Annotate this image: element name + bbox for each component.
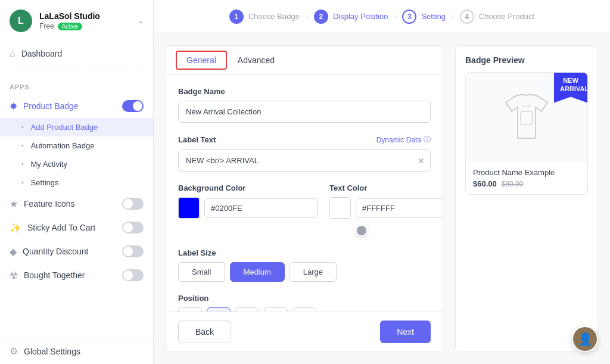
size-large-button[interactable]: Large — [290, 262, 337, 282]
opacity-slider-row — [356, 225, 443, 237]
text-color-label: Text Color — [329, 183, 443, 192]
color-row: Background Color Text Color — [178, 183, 431, 237]
bg-color-group: Background Color — [178, 183, 318, 237]
quantity-discount-toggle[interactable] — [122, 245, 144, 257]
pos-bottom-left-button[interactable]: ↙ — [264, 307, 288, 312]
stepper-bar: 1 Choose Badge › 2 Display Position › 3 … — [154, 0, 610, 33]
active-badge: Active — [58, 23, 82, 30]
dynamic-data-link[interactable]: Dynamic Data ⓘ — [376, 135, 431, 145]
sidebar: L LaLaSol Studio Free Active ⌄ ⌂ Dashboa… — [0, 0, 154, 364]
sidebar-item-my-activity[interactable]: My Activity — [0, 155, 153, 173]
add-product-badge-label: Add Product Badge — [31, 123, 98, 132]
step-2-circle: 2 — [314, 10, 328, 24]
preview-product-card: NEW ARRIVAL Product Name Example $60.00 … — [465, 72, 588, 195]
sidebar-item-product-badge[interactable]: ✸ Product Badge — [0, 94, 153, 118]
form-tabs: General Advanced — [166, 46, 443, 75]
bg-color-swatch[interactable] — [178, 197, 200, 219]
bg-color-input-row — [178, 197, 318, 219]
chat-avatar: 👤 — [573, 327, 597, 351]
step-1-label: Choose Badge — [248, 12, 300, 21]
bought-together-toggle[interactable] — [122, 269, 144, 281]
home-icon: ⌂ — [10, 48, 15, 59]
preview-info: Product Name Example $60.00 $80.00 — [466, 162, 587, 194]
position-label: Position — [178, 294, 431, 303]
label-size-label: Label Size — [178, 248, 431, 257]
pos-top-center-button[interactable]: ↑ — [207, 307, 231, 312]
preview-old-price: $80.00 — [502, 180, 524, 188]
step-4: 4 Choose Product — [460, 10, 534, 24]
bg-color-input[interactable] — [204, 198, 318, 218]
tab-general[interactable]: General — [176, 51, 227, 70]
dashboard-label: Dashboard — [21, 49, 63, 58]
chevron-down-icon[interactable]: ⌄ — [138, 17, 144, 25]
pos-top-right-button[interactable]: ↗ — [235, 307, 259, 312]
main-content: 1 Choose Badge › 2 Display Position › 3 … — [154, 0, 610, 364]
text-color-group: Text Color — [329, 183, 443, 237]
text-color-input-row — [329, 197, 443, 219]
product-badge-icon: ✸ — [10, 101, 17, 112]
feature-icons-icon: ★ — [10, 198, 18, 210]
pos-top-left-button[interactable]: ↖ — [178, 307, 202, 312]
text-color-input[interactable] — [356, 198, 443, 218]
label-text-group: Label Text Dynamic Data ⓘ ✕ — [178, 135, 431, 172]
preview-product-name: Product Name Example — [473, 168, 580, 177]
preview-title: Badge Preview — [465, 55, 588, 65]
sticky-cart-toggle[interactable] — [122, 222, 144, 234]
settings-label: Settings — [31, 178, 59, 187]
badge-name-input[interactable] — [178, 101, 431, 123]
global-settings-icon: ⚙ — [10, 346, 18, 357]
store-info: LaLaSol Studio Free Active — [39, 11, 130, 30]
bought-together-icon: ☢ — [10, 270, 18, 281]
dynamic-data-label: Dynamic Data — [376, 136, 421, 144]
label-text-input[interactable] — [178, 150, 431, 172]
sidebar-divider — [10, 70, 144, 70]
feature-icons-toggle[interactable] — [122, 198, 144, 210]
sidebar-item-add-product-badge[interactable]: Add Product Badge — [0, 118, 153, 136]
step-arrow-1: › — [306, 13, 308, 21]
sidebar-item-sticky-cart[interactable]: ✨ Sticky Add To Cart — [0, 216, 153, 239]
sticky-cart-label: Sticky Add To Cart — [27, 223, 95, 232]
feature-icons-label: Feature Icons — [24, 199, 75, 209]
step-arrow-3: › — [452, 13, 454, 21]
quantity-discount-icon: ◆ — [10, 246, 17, 257]
sidebar-item-feature-icons[interactable]: ★ Feature Icons — [0, 192, 153, 216]
step-3-label: Setting — [421, 12, 445, 21]
back-button[interactable]: Back — [178, 321, 231, 343]
sidebar-item-dashboard[interactable]: ⌂ Dashboard — [0, 42, 153, 65]
chat-bubble[interactable]: 👤 — [572, 326, 598, 352]
size-small-button[interactable]: Small — [178, 262, 225, 282]
sidebar-item-bought-together[interactable]: ☢ Bought Together — [0, 263, 153, 287]
sidebar-item-quantity-discount[interactable]: ◆ Quantity Discount — [0, 239, 153, 263]
preview-panel: Badge Preview NEW ARRIVAL Product Name — [455, 45, 598, 352]
sidebar-item-global-settings[interactable]: ⚙ Global Settings — [0, 338, 153, 364]
label-text-header: Label Text Dynamic Data ⓘ — [178, 135, 431, 145]
preview-price-row: $60.00 $80.00 — [473, 179, 580, 188]
next-button[interactable]: Next — [380, 321, 431, 343]
step-2: 2 Display Position — [314, 10, 388, 24]
sidebar-item-automation-badge[interactable]: Automation Badge — [0, 136, 153, 155]
form-footer: Back Next — [166, 312, 443, 351]
product-badge-label: Product Badge — [23, 101, 79, 111]
avatar: L — [10, 10, 32, 32]
step-1: 1 Choose Badge — [229, 10, 300, 24]
pos-up-arrow-button[interactable]: ↑ — [292, 307, 316, 312]
label-text-input-wrapper: ✕ — [178, 150, 431, 172]
sidebar-item-settings[interactable]: Settings — [0, 173, 153, 192]
label-size-group: Label Size Small Medium Large — [178, 248, 431, 282]
step-3-circle: 3 — [402, 10, 416, 24]
store-plan: Free — [39, 22, 54, 30]
size-buttons: Small Medium Large — [178, 262, 431, 282]
form-panel: General Advanced Badge Name Label Text D… — [166, 45, 443, 352]
store-name: LaLaSol Studio — [39, 11, 130, 21]
tshirt-illustration — [503, 91, 550, 144]
opacity-slider-knob[interactable] — [356, 225, 368, 237]
clear-icon[interactable]: ✕ — [418, 156, 425, 166]
info-icon: ⓘ — [424, 135, 431, 145]
product-badge-toggle[interactable] — [122, 100, 144, 112]
my-activity-label: My Activity — [31, 160, 67, 169]
tab-advanced[interactable]: Advanced — [227, 46, 285, 74]
size-medium-button[interactable]: Medium — [230, 262, 285, 282]
store-meta: Free Active — [39, 22, 130, 30]
text-color-swatch[interactable] — [329, 197, 351, 219]
preview-badge: NEW ARRIVAL — [554, 73, 587, 103]
